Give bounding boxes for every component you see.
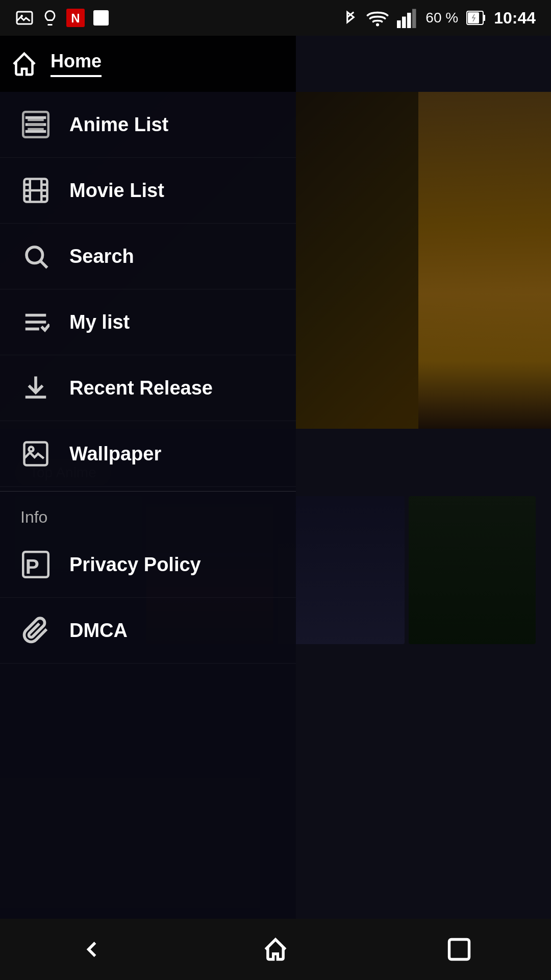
- status-left-icons: N: [15, 9, 110, 27]
- wallpaper-icon: [20, 438, 51, 469]
- svg-rect-11: [483, 15, 485, 21]
- menu-item-my-list[interactable]: My list: [0, 289, 296, 355]
- film-icon: [20, 175, 51, 206]
- svg-line-30: [41, 261, 47, 267]
- search-menu-icon: [20, 241, 51, 272]
- svg-text:N: N: [71, 11, 80, 25]
- list-icon: [20, 109, 51, 140]
- menu-divider: [0, 491, 296, 492]
- time-display: 10:44: [494, 9, 536, 28]
- paperclip-icon: [20, 615, 51, 646]
- my-list-icon: [20, 307, 51, 337]
- drawer-home-icon: [10, 50, 38, 78]
- recent-release-label: Recent Release: [69, 377, 213, 399]
- svg-point-36: [29, 447, 34, 452]
- bottom-navigation-bar: [0, 919, 551, 980]
- bluetooth-icon: [343, 8, 358, 28]
- search-label: Search: [69, 246, 134, 267]
- back-button[interactable]: [66, 924, 117, 975]
- battery-percent: 60 %: [425, 10, 458, 26]
- drawer-menu: Anime List Movie List: [0, 92, 296, 980]
- drawer-nav-top: Home: [0, 36, 296, 92]
- svg-rect-9: [412, 9, 416, 29]
- svg-rect-39: [449, 940, 469, 960]
- privacy-icon: P: [20, 549, 51, 580]
- my-list-label: My list: [69, 311, 130, 333]
- wallpaper-label: Wallpaper: [69, 443, 161, 465]
- svg-point-29: [27, 247, 43, 263]
- bulb-icon: [41, 9, 59, 27]
- svg-rect-6: [397, 20, 401, 28]
- overview-button[interactable]: [434, 924, 485, 975]
- menu-item-search[interactable]: Search: [0, 224, 296, 289]
- menu-item-dmca[interactable]: DMCA: [0, 598, 296, 664]
- anime-list-label: Anime List: [69, 114, 168, 136]
- svg-rect-7: [402, 17, 406, 29]
- svg-rect-4: [93, 10, 109, 26]
- movie-list-label: Movie List: [69, 180, 164, 202]
- info-section: Info: [0, 496, 296, 532]
- drawer-home-tab: Home: [51, 51, 102, 77]
- menu-item-anime-list[interactable]: Anime List: [0, 92, 296, 158]
- photo-icon: [15, 9, 34, 27]
- battery-icon: [466, 11, 486, 25]
- status-bar: N 60 %: [0, 0, 551, 36]
- menu-item-privacy-policy[interactable]: P Privacy Policy: [0, 532, 296, 598]
- wifi-icon: [366, 8, 389, 28]
- svg-rect-8: [407, 13, 411, 28]
- menu-item-wallpaper[interactable]: Wallpaper: [0, 421, 296, 487]
- dmca-label: DMCA: [69, 620, 128, 642]
- signal-icon: [397, 8, 417, 28]
- square-icon: [92, 9, 110, 27]
- info-title: Info: [20, 508, 47, 526]
- svg-text:P: P: [26, 555, 39, 578]
- menu-item-recent-release[interactable]: Recent Release: [0, 355, 296, 421]
- svg-point-5: [376, 23, 379, 26]
- home-button[interactable]: [250, 924, 301, 975]
- status-right: 60 % 10:44: [343, 8, 536, 28]
- menu-item-movie-list[interactable]: Movie List: [0, 158, 296, 224]
- download-icon: [20, 373, 51, 403]
- privacy-policy-label: Privacy Policy: [69, 554, 201, 576]
- navigation-drawer: Home Anime List: [0, 0, 296, 980]
- n-icon: N: [66, 9, 85, 27]
